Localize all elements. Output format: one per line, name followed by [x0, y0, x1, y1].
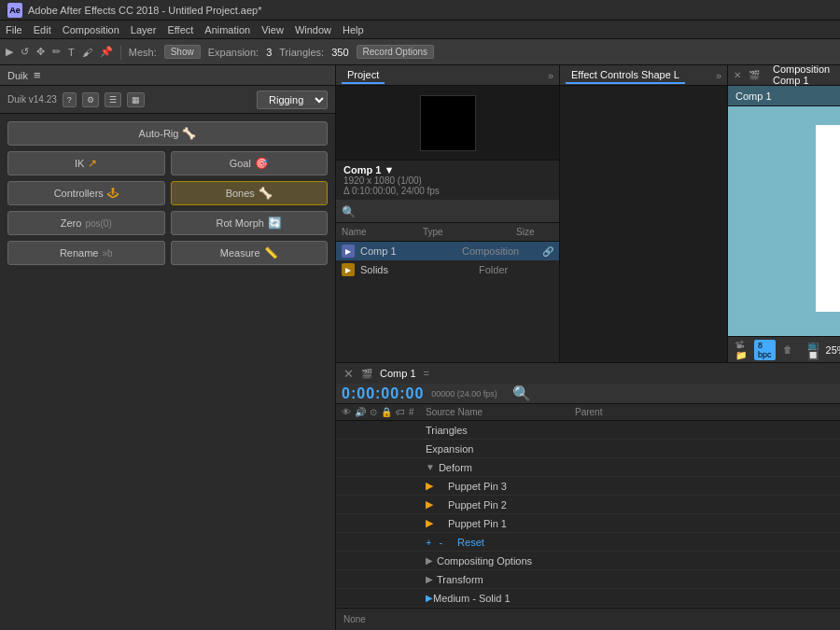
controllers-button[interactable]: Controllers 🕹 — [7, 181, 165, 205]
timeline-layers[interactable]: Triangles 350 Expansion 3/0 ▼ Deform — [336, 421, 840, 608]
layer-puppet-pin-3[interactable]: ▶ Puppet Pin 3 — [336, 477, 840, 496]
layer-compositing-options[interactable]: ▶ Compositing Options — [336, 552, 840, 570]
layer-triangles-name: Triangles — [426, 425, 840, 436]
tool-select[interactable]: ▶ — [6, 46, 13, 58]
comp1-type: Composition — [462, 245, 537, 257]
minus-button[interactable]: - — [439, 537, 442, 548]
zero-rotmorph-row: Zero pos(0) Rot Morph 🔄 — [7, 211, 328, 235]
title-bar: Ae Adobe After Effects CC 2018 - Untitle… — [0, 0, 840, 21]
layer-deform[interactable]: ▼ Deform — [336, 458, 840, 477]
comp-tab-bar: ✕ 🎬 Composition Comp 1 » Footage (none) — [728, 65, 840, 86]
show-button[interactable]: Show — [164, 45, 201, 59]
tl-visibility-col: 👁 🔊 — [342, 407, 370, 417]
comp-icons-left: 📽 📁 — [735, 340, 747, 360]
menu-animation[interactable]: Animation — [204, 24, 250, 35]
tab-effect-controls[interactable]: Effect Controls Shape L — [566, 67, 685, 84]
duik-version: Duik v14.23 — [7, 94, 57, 105]
timeline-comp-equals: = — [424, 368, 429, 379]
timeline-frames-area: 00000 (24.00 fps) — [431, 389, 497, 399]
menu-layer[interactable]: Layer — [131, 24, 157, 35]
tool-move[interactable]: ✥ — [36, 46, 45, 58]
layer-puppet-pin-2[interactable]: ▶ Puppet Pin 2 — [336, 496, 840, 514]
search-icon: 🔍 — [342, 205, 356, 218]
auto-rig-button[interactable]: Auto-Rig 🦴 — [7, 121, 328, 146]
timeline-time-display[interactable]: 0:00:00:00 — [342, 385, 424, 402]
mesh-label: Mesh: — [129, 47, 157, 58]
expansion-label: Expansion: — [208, 47, 259, 58]
timeline-area: ✕ 🎬 Comp 1 = 0:00:00:00 00000 (24.00 fps… — [336, 363, 840, 630]
main-area: Duik ≡ Duik v14.23 ? ⚙ ☰ ▦ Rigging Auto-… — [0, 65, 840, 630]
thumbnail-image — [420, 95, 476, 151]
duik-subheader: Duik v14.23 ? ⚙ ☰ ▦ Rigging — [0, 86, 335, 114]
layer-compositing-name: Compositing Options — [437, 555, 840, 567]
none-label[interactable]: None — [343, 614, 366, 624]
timeline-search-icon[interactable]: 🔍 — [512, 385, 531, 402]
effect-panel-expand[interactable]: » — [716, 70, 721, 81]
project-item-solids[interactable]: ▶ Solids Folder — [336, 260, 559, 279]
lock-icon: 🔒 — [381, 407, 392, 417]
project-panel-expand[interactable]: » — [548, 70, 553, 81]
deform-expand-arrow[interactable]: ▼ — [426, 462, 435, 472]
parent-header: Parent — [575, 407, 650, 417]
menu-edit[interactable]: Edit — [34, 24, 51, 35]
delete-icon[interactable]: 🗑 — [783, 344, 792, 355]
tool-brush[interactable]: 🖌 — [82, 47, 92, 58]
layer-puppet-pin-1[interactable]: ▶ Puppet Pin 1 — [336, 514, 840, 533]
tab-project[interactable]: Project — [342, 67, 385, 84]
tool-text[interactable]: T — [68, 47, 75, 58]
measure-button[interactable]: Measure 📏 — [171, 241, 329, 265]
label-icon: 🏷 — [396, 407, 405, 417]
rot-morph-button[interactable]: Rot Morph 🔄 — [171, 211, 329, 235]
project-list-header: Name Type Size — [336, 223, 559, 242]
timeline-bottom-bar: None None ▼ — [336, 608, 840, 630]
tool-rotate[interactable]: ↺ — [21, 46, 29, 58]
menu-window[interactable]: Window — [295, 24, 331, 35]
tab-composition[interactable]: Composition Comp 1 — [767, 62, 840, 90]
timeline-close-button[interactable]: ✕ — [343, 367, 354, 381]
zero-button[interactable]: Zero pos(0) — [7, 211, 165, 235]
rot-morph-label: Rot Morph — [217, 217, 264, 229]
reset-button[interactable]: Reset — [457, 537, 484, 548]
ik-button[interactable]: IK ↗ — [7, 151, 165, 175]
goal-button[interactable]: Goal 🎯 — [171, 151, 329, 175]
tool-pin[interactable]: 📌 — [100, 46, 113, 58]
composition-panel: ✕ 🎬 Composition Comp 1 » Footage (none) … — [728, 65, 840, 362]
menu-help[interactable]: Help — [343, 24, 364, 35]
comp-viewer[interactable] — [728, 106, 840, 336]
tool-pen[interactable]: ✏ — [52, 46, 61, 58]
bones-button[interactable]: Bones 🦴 — [171, 181, 329, 205]
project-item-comp1[interactable]: ▶ Comp 1 Composition 🔗 — [336, 242, 559, 260]
duik-list-button[interactable]: ☰ — [105, 92, 121, 107]
comp-label: Comp 1 — [735, 91, 772, 102]
layer-transform[interactable]: ▶ Transform — [336, 570, 840, 589]
bpc-button[interactable]: 8 bpc — [754, 340, 776, 360]
comp-label-bar: Comp 1 — [728, 86, 840, 106]
comp1-name: Comp 1 — [360, 245, 456, 257]
layer-expansion[interactable]: Expansion 3/0 — [336, 440, 840, 458]
comp-panel-icon[interactable]: 🎬 — [749, 70, 760, 80]
zoom-dropdown[interactable]: 25% — [826, 344, 840, 356]
compositing-expand-arrow[interactable]: ▶ — [426, 555, 433, 566]
comp-canvas — [816, 125, 840, 312]
duik-mode-dropdown[interactable]: Rigging — [257, 91, 328, 109]
transform-expand-arrow[interactable]: ▶ — [426, 574, 433, 584]
layer-solid-1[interactable]: ▶ Medium - Solid 1 — [336, 589, 840, 608]
number-icon: # — [409, 407, 414, 417]
bones-label: Bones — [226, 188, 255, 199]
duik-menu-icon[interactable]: ≡ — [34, 68, 41, 82]
timeline-comp-icon: 🎬 — [361, 369, 372, 379]
record-options-button[interactable]: Record Options — [357, 45, 434, 59]
layer-triangles[interactable]: Triangles 350 — [336, 421, 840, 440]
menu-view[interactable]: View — [261, 24, 284, 35]
menu-effect[interactable]: Effect — [167, 24, 193, 35]
duik-grid-button[interactable]: ▦ — [127, 92, 145, 107]
duik-settings-button[interactable]: ⚙ — [82, 92, 99, 107]
comp-prev-icon[interactable]: ✕ — [734, 70, 741, 80]
menu-file[interactable]: File — [6, 24, 22, 35]
rename-button[interactable]: Rename »b — [7, 241, 165, 265]
auto-rig-label: Auto-Rig — [139, 128, 179, 139]
expansion-value: 3 — [266, 47, 272, 58]
duik-help-button[interactable]: ? — [63, 92, 77, 107]
add-button[interactable]: + — [426, 537, 431, 548]
menu-composition[interactable]: Composition — [63, 24, 119, 35]
